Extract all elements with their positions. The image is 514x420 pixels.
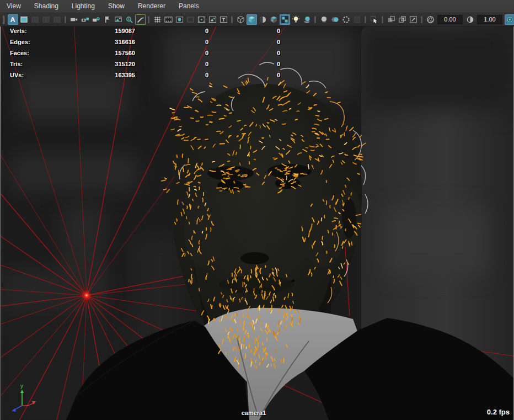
scene-svg: y bbox=[0, 26, 514, 420]
hud-col3: 0 bbox=[236, 50, 280, 56]
hud-total: 316616 bbox=[69, 39, 135, 45]
gamma-button-icon[interactable] bbox=[465, 14, 475, 25]
menu-lighting[interactable]: Lighting bbox=[65, 0, 101, 13]
camera-attributes-button-icon[interactable] bbox=[91, 14, 101, 25]
wireframe-button-icon[interactable] bbox=[235, 14, 246, 25]
fps-counter: 0.2 fps bbox=[487, 408, 510, 416]
viewport-3d[interactable]: y Verts: 159087 0 0Edges: 316616 0 0Face… bbox=[0, 26, 514, 420]
hud-row-faces: Faces: 157560 0 0 bbox=[0, 50, 298, 57]
image-plane-button-icon[interactable] bbox=[113, 14, 124, 25]
toolbar-separator bbox=[148, 16, 149, 23]
toolbar-separator bbox=[421, 16, 422, 23]
hud-row-tris: Tris: 315120 0 0 bbox=[0, 61, 298, 68]
hud-col3: 0 bbox=[236, 72, 280, 78]
panel-toolbar: A0.001.00ACES 1.0 S bbox=[0, 13, 514, 26]
field-chart-button-icon[interactable] bbox=[196, 14, 207, 25]
hud-label: Edges: bbox=[10, 39, 30, 45]
hud-total: 315120 bbox=[69, 61, 135, 67]
maya-viewport-panel: ViewShadingLightingShowRendererPanels A0… bbox=[0, 0, 514, 420]
anti-aliasing-button-icon[interactable] bbox=[341, 14, 351, 25]
viewport-left-border bbox=[0, 26, 1, 420]
grid-button-icon[interactable] bbox=[152, 14, 163, 25]
single-pane-layout-button-icon[interactable] bbox=[19, 14, 29, 25]
hud-col2: 0 bbox=[164, 50, 208, 56]
hud-row-verts: Verts: 159087 0 0 bbox=[0, 28, 298, 35]
hud-col3: 0 bbox=[236, 39, 280, 45]
resolution-gate-button-icon[interactable] bbox=[174, 14, 185, 25]
hud-col3: 0 bbox=[236, 61, 280, 67]
hud-col2: 0 bbox=[164, 72, 208, 78]
hud-col2: 0 bbox=[164, 61, 208, 67]
hud-col3: 0 bbox=[236, 28, 280, 34]
hud-col2: 0 bbox=[164, 39, 208, 45]
grease-pencil-button-icon[interactable] bbox=[135, 14, 146, 25]
menu-show[interactable]: Show bbox=[101, 0, 131, 13]
hud-row-edges: Edges: 316616 0 0 bbox=[0, 39, 298, 46]
four-pane-layout-button-icon[interactable] bbox=[52, 14, 62, 25]
menu-shading[interactable]: Shading bbox=[28, 0, 65, 13]
letter-a-button-icon[interactable]: A bbox=[8, 14, 18, 25]
hud-label: UVs: bbox=[10, 72, 24, 78]
safe-title-button-icon[interactable] bbox=[218, 14, 229, 25]
xray-active-button-icon[interactable] bbox=[408, 14, 419, 25]
smooth-shade-button-icon[interactable] bbox=[247, 14, 257, 25]
motion-blur-button-icon[interactable] bbox=[330, 14, 340, 25]
textured-button-icon[interactable] bbox=[280, 14, 290, 25]
axis-y-label: y bbox=[20, 383, 23, 389]
safe-action-button-icon[interactable] bbox=[207, 14, 218, 25]
pan-zoom-button-icon[interactable] bbox=[124, 14, 135, 25]
exposure-field[interactable]: 0.00 bbox=[437, 15, 463, 24]
depth-of-field-button-icon[interactable] bbox=[352, 14, 362, 25]
textured-cube-button-icon[interactable] bbox=[269, 14, 279, 25]
toolbar-separator bbox=[65, 16, 66, 23]
toolbar-separator bbox=[231, 16, 233, 23]
view-transform-toggle-icon[interactable] bbox=[505, 14, 514, 25]
menu-view[interactable]: View bbox=[0, 0, 28, 13]
film-gate-button-icon[interactable] bbox=[163, 14, 174, 25]
menu-renderer[interactable]: Renderer bbox=[131, 0, 172, 13]
hud-row-uvs: UVs: 163395 0 0 bbox=[0, 72, 298, 79]
xray-joints-button-icon[interactable] bbox=[397, 14, 408, 25]
three-pane-layout-button-icon[interactable] bbox=[41, 14, 51, 25]
menu-panels[interactable]: Panels bbox=[172, 0, 206, 13]
hud-label: Tris: bbox=[10, 61, 23, 67]
exposure-button-icon[interactable] bbox=[425, 14, 436, 25]
hud-total: 159087 bbox=[69, 28, 135, 34]
isolate-select-button-icon[interactable] bbox=[369, 14, 379, 25]
toolbar-separator bbox=[382, 16, 383, 23]
camera-name-label: camera1 bbox=[242, 410, 266, 416]
bookmarks-button-icon[interactable] bbox=[102, 14, 113, 25]
panel-menu-bar: ViewShadingLightingShowRendererPanels bbox=[0, 0, 514, 13]
gate-mask-button-icon[interactable] bbox=[185, 14, 196, 25]
hud-total: 163395 bbox=[69, 72, 135, 78]
ssao-button-icon[interactable] bbox=[319, 14, 329, 25]
two-pane-layout-button-icon[interactable] bbox=[30, 14, 40, 25]
toolbar-grip[interactable] bbox=[3, 15, 5, 24]
select-camera-button-icon[interactable] bbox=[69, 14, 79, 25]
toolbar-separator bbox=[314, 16, 316, 23]
toolbar-separator bbox=[365, 16, 366, 23]
shadows-button-icon[interactable] bbox=[302, 14, 312, 25]
hud-total: 157560 bbox=[69, 50, 135, 56]
view-axis-gizmo: y bbox=[12, 383, 36, 412]
suit-and-shirt bbox=[66, 308, 514, 420]
lock-camera-button-icon[interactable] bbox=[80, 14, 90, 25]
hud-label: Faces: bbox=[10, 50, 29, 56]
default-material-button-icon[interactable] bbox=[258, 14, 268, 25]
hud-label: Verts: bbox=[10, 28, 27, 34]
xray-button-icon[interactable] bbox=[386, 14, 397, 25]
hud-col2: 0 bbox=[164, 28, 208, 34]
gamma-field[interactable]: 1.00 bbox=[477, 15, 502, 24]
lights-button-icon[interactable] bbox=[291, 14, 301, 25]
